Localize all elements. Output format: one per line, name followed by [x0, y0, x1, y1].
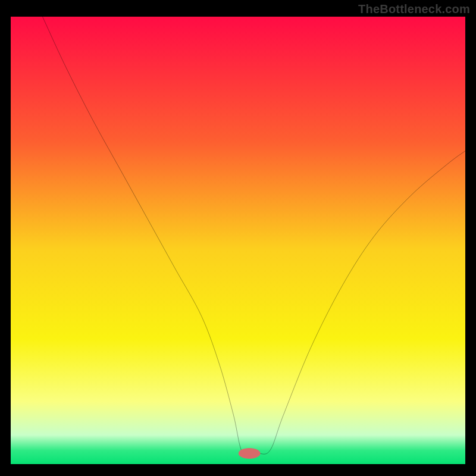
watermark-text: TheBottleneck.com	[358, 2, 470, 16]
chart-frame: TheBottleneck.com	[0, 0, 476, 476]
plot-area	[11, 17, 465, 464]
chart-svg	[11, 17, 465, 464]
optimum-marker	[239, 448, 261, 459]
chart-background	[11, 17, 465, 464]
